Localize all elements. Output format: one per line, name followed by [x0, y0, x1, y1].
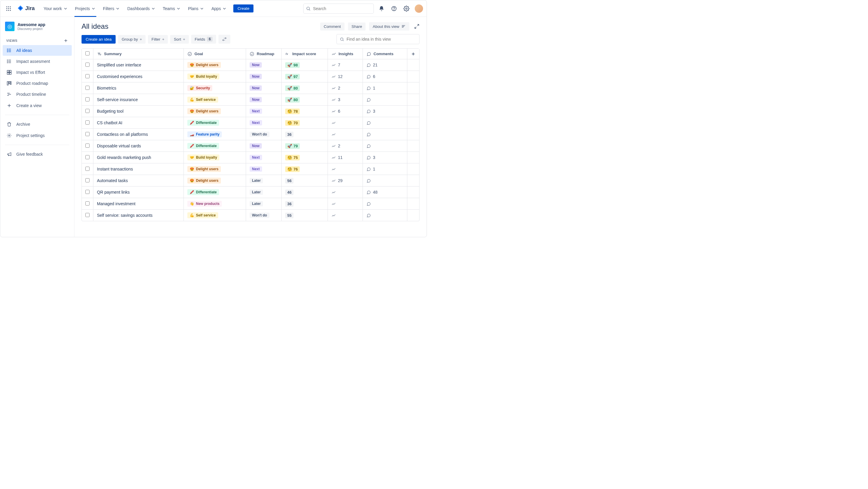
row-checkbox[interactable] — [85, 213, 90, 217]
roadmap-pill[interactable]: Next — [250, 155, 262, 160]
project-settings-button[interactable]: Project settings — [3, 130, 72, 141]
comments-count[interactable]: 1 — [366, 167, 403, 172]
insights-count[interactable]: 6 — [332, 109, 359, 114]
goal-chip[interactable]: 🤝Build loyalty — [187, 154, 219, 160]
nav-item-your-work[interactable]: Your work — [41, 4, 71, 13]
roadmap-pill[interactable]: Now — [250, 62, 262, 68]
global-search[interactable] — [303, 4, 374, 13]
comments-count[interactable]: 3 — [366, 109, 403, 114]
impact-score[interactable]: 36 — [285, 132, 293, 137]
cell-summary[interactable]: Gold rewards marketing push — [93, 152, 184, 163]
cell-summary[interactable]: Self-service insurance — [93, 94, 184, 105]
about-view-button[interactable]: About this view — [369, 22, 409, 31]
table-row[interactable]: CS chatbot AI🖍️DifferentiateNext🧐70 — [82, 117, 419, 129]
comments-count[interactable] — [366, 179, 403, 183]
create-idea-button[interactable]: Create an idea — [82, 35, 116, 43]
row-checkbox[interactable] — [85, 97, 90, 101]
view-search-input[interactable] — [346, 37, 416, 41]
roadmap-pill[interactable]: Later — [250, 178, 263, 183]
roadmap-pill[interactable]: Later — [250, 201, 263, 206]
row-checkbox[interactable] — [85, 86, 90, 90]
create-button[interactable]: Create — [233, 4, 253, 12]
comments-count[interactable] — [366, 144, 403, 148]
app-switcher-icon[interactable] — [4, 4, 13, 13]
project-header[interactable]: ◎ Awesome app Discovery project — [3, 22, 72, 33]
goal-chip[interactable]: 💪Self service — [187, 97, 218, 102]
add-view-icon[interactable] — [63, 38, 68, 43]
impact-score[interactable]: 🚀80 — [285, 97, 300, 102]
sidebar-view-impact-vs-effort[interactable]: Impact vs Effort — [3, 67, 72, 78]
table-row[interactable]: QR payment links🖍️DifferentiateLater4648 — [82, 186, 419, 198]
table-row[interactable]: Instant transactions😍Delight usersNext🧐7… — [82, 163, 419, 175]
nav-item-apps[interactable]: Apps — [208, 4, 230, 13]
goal-chip[interactable]: 😍Delight users — [187, 178, 221, 184]
view-search[interactable] — [337, 34, 420, 44]
help-icon[interactable] — [389, 4, 399, 13]
goal-chip[interactable]: 🏎️Feature parity — [187, 131, 222, 137]
expand-icon[interactable] — [414, 24, 420, 29]
insights-count[interactable]: 11 — [332, 155, 359, 160]
impact-score[interactable]: 🧐70 — [285, 120, 300, 126]
goal-chip[interactable]: 😍Delight users — [187, 166, 221, 172]
insights-count[interactable]: 2 — [332, 86, 359, 90]
swap-axes-button[interactable] — [218, 35, 230, 43]
goal-chip[interactable]: 🔐Security — [187, 85, 212, 91]
cell-summary[interactable]: Contactless on all platforms — [93, 129, 184, 140]
give-feedback-button[interactable]: Give feedback — [3, 149, 72, 159]
goal-chip[interactable]: 😍Delight users — [187, 62, 221, 68]
goal-chip[interactable]: 🤝Build loyalty — [187, 73, 219, 80]
insights-count[interactable] — [332, 121, 359, 125]
impact-score[interactable]: 56 — [285, 178, 293, 184]
table-row[interactable]: Contactless on all platforms🏎️Feature pa… — [82, 129, 419, 140]
impact-score[interactable]: 🚀97 — [285, 74, 300, 80]
group-by-button[interactable]: Group by+ — [118, 35, 146, 43]
row-checkbox[interactable] — [85, 74, 90, 78]
goal-chip[interactable]: 💪Self service — [187, 212, 218, 218]
row-checkbox[interactable] — [85, 201, 90, 206]
table-row[interactable]: Self-service insurance💪Self serviceNow🚀8… — [82, 94, 419, 105]
row-checkbox[interactable] — [85, 178, 90, 182]
cell-summary[interactable]: Simplified user interface — [93, 59, 184, 71]
impact-score[interactable]: 55 — [285, 213, 293, 218]
comments-count[interactable] — [366, 132, 403, 137]
sidebar-view-product-roadmap[interactable]: Product roadmap — [3, 78, 72, 89]
comments-count[interactable]: 48 — [366, 190, 403, 194]
roadmap-pill[interactable]: Next — [250, 166, 262, 172]
cell-summary[interactable]: QR payment links — [93, 186, 184, 198]
table-row[interactable]: Simplified user interface😍Delight usersN… — [82, 59, 419, 71]
table-row[interactable]: Gold rewards marketing push🤝Build loyalt… — [82, 152, 419, 163]
insights-count[interactable] — [332, 213, 359, 218]
sort-button[interactable]: Sort+ — [170, 35, 189, 43]
table-row[interactable]: Biometrics🔐SecurityNow🚀8021 — [82, 83, 419, 94]
impact-score[interactable]: 🚀98 — [285, 62, 300, 68]
impact-score[interactable]: 46 — [285, 189, 293, 195]
impact-score[interactable]: 36 — [285, 201, 293, 207]
cell-summary[interactable]: Budgeting tool — [93, 105, 184, 117]
row-checkbox[interactable] — [85, 132, 90, 136]
cell-summary[interactable]: CS chatbot AI — [93, 117, 184, 129]
cell-summary[interactable]: Disposable virtual cards — [93, 140, 184, 152]
goal-chip[interactable]: 🖍️Differentiate — [187, 143, 219, 149]
cell-summary[interactable]: Instant transactions — [93, 163, 184, 175]
roadmap-pill[interactable]: Now — [250, 74, 262, 79]
roadmap-pill[interactable]: Next — [250, 120, 262, 125]
create-view-button[interactable]: Create a view — [3, 100, 72, 111]
global-search-input[interactable] — [313, 6, 371, 11]
insights-count[interactable]: 29 — [332, 178, 359, 183]
table-row[interactable]: Customised experiences🤝Build loyaltyNow🚀… — [82, 71, 419, 83]
comments-count[interactable]: 3 — [366, 155, 403, 160]
table-row[interactable]: Managed investment👋New productsLater36 — [82, 198, 419, 210]
comments-count[interactable]: 21 — [366, 63, 403, 67]
goal-chip[interactable]: 🖍️Differentiate — [187, 189, 219, 195]
notifications-icon[interactable] — [377, 4, 386, 13]
comments-count[interactable]: 6 — [366, 74, 403, 79]
impact-score[interactable]: 🧐75 — [285, 155, 300, 160]
settings-icon[interactable] — [402, 4, 411, 13]
insights-count[interactable] — [332, 202, 359, 206]
roadmap-pill[interactable]: Won't do — [250, 213, 270, 218]
insights-count[interactable] — [332, 132, 359, 137]
sidebar-view-product-timeline[interactable]: Product timeline — [3, 89, 72, 100]
row-checkbox[interactable] — [85, 120, 90, 125]
roadmap-pill[interactable]: Later — [250, 189, 263, 195]
row-checkbox[interactable] — [85, 109, 90, 113]
